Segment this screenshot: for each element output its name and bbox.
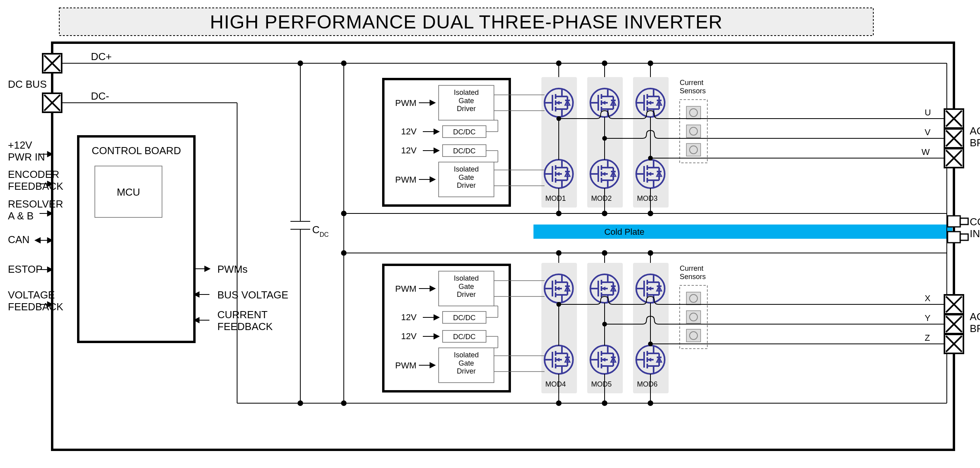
- control-board-title: CONTROL BOARD: [92, 145, 181, 157]
- csense1-label: CurrentSensors: [680, 79, 706, 95]
- svg-text:12V: 12V: [401, 312, 416, 322]
- svg-point-24: [298, 400, 303, 406]
- svg-text:U: U: [925, 108, 931, 117]
- terminal-y: [944, 315, 963, 334]
- svg-point-45: [648, 211, 653, 216]
- encoder-label: ENCODERFEEDBACK: [8, 168, 64, 192]
- svg-point-76: [341, 250, 347, 256]
- coolant-label: COOLANTIN/OUT: [970, 216, 980, 240]
- svg-point-42: [341, 211, 347, 216]
- svg-point-94: [602, 400, 607, 406]
- terminal-w: [944, 149, 963, 168]
- mod6-label: MOD6: [637, 380, 658, 388]
- mcu-label: MCU: [117, 186, 140, 198]
- cold-plate-label: Cold Plate: [604, 227, 645, 237]
- terminal-dc-plus: [43, 54, 62, 73]
- svg-text:12V: 12V: [401, 331, 416, 341]
- terminal-x: [944, 295, 963, 314]
- busv-label: BUS VOLTAGE: [217, 289, 288, 301]
- inverter-diagram: HIGH PERFORMANCE DUAL THREE-PHASE INVERT…: [0, 0, 980, 468]
- svg-text:DC/DC: DC/DC: [453, 314, 476, 322]
- svg-point-95: [648, 400, 653, 406]
- svg-text:DC/DC: DC/DC: [453, 333, 476, 341]
- terminal-u: [944, 109, 963, 128]
- mod5-label: MOD5: [591, 380, 612, 388]
- dc-plus-label: DC+: [91, 51, 112, 62]
- node: [298, 60, 303, 66]
- svg-text:DC/DC: DC/DC: [453, 147, 476, 155]
- svg-text:Z: Z: [925, 333, 930, 343]
- can-label: CAN: [8, 234, 30, 245]
- cold-plate: [533, 225, 952, 239]
- ifb-label: CURRENTFEEDBACK: [217, 309, 273, 332]
- svg-text:V: V: [925, 127, 931, 137]
- svg-text:PWM: PWM: [395, 98, 416, 108]
- mod1-label: MOD1: [545, 194, 566, 202]
- terminal-v: [944, 129, 963, 148]
- terminal-dc-minus: [43, 93, 62, 112]
- svg-text:PWM: PWM: [395, 360, 416, 370]
- estop-label: ESTOP: [8, 263, 43, 275]
- svg-text:DC/DC: DC/DC: [453, 128, 476, 136]
- page-title: HIGH PERFORMANCE DUAL THREE-PHASE INVERT…: [210, 11, 722, 32]
- svg-text:12V: 12V: [401, 145, 416, 155]
- terminal-z: [944, 334, 963, 353]
- svg-text:CurrentSensors: CurrentSensors: [680, 264, 706, 281]
- ac-bridge1-label: AC IN/OUTBRIDGE 1: [970, 125, 980, 149]
- svg-point-26: [341, 400, 347, 406]
- ac-bridge2-label: AC IN/OUTBRIDGE 2: [970, 311, 980, 334]
- svg-text:Y: Y: [925, 313, 931, 323]
- svg-text:PWM: PWM: [395, 175, 416, 185]
- mod4-label: MOD4: [545, 380, 566, 388]
- mod2-label: MOD2: [591, 194, 612, 202]
- pwr-in-label: +12VPWR IN: [8, 139, 45, 163]
- svg-text:X: X: [925, 293, 931, 303]
- svg-point-44: [602, 211, 607, 216]
- svg-point-25: [341, 60, 347, 66]
- mod3-label: MOD3: [637, 194, 658, 202]
- svg-text:W: W: [922, 147, 930, 157]
- pwms-label: PWMs: [217, 263, 248, 275]
- svg-text:PWM: PWM: [395, 284, 416, 294]
- svg-point-43: [556, 211, 562, 216]
- svg-point-93: [556, 400, 562, 406]
- coolant-port-bot: [948, 232, 968, 243]
- dc-bus-label: DC BUS: [8, 78, 47, 90]
- svg-text:12V: 12V: [401, 126, 416, 136]
- dc-minus-label: DC-: [91, 90, 109, 102]
- coolant-port-top: [948, 216, 968, 227]
